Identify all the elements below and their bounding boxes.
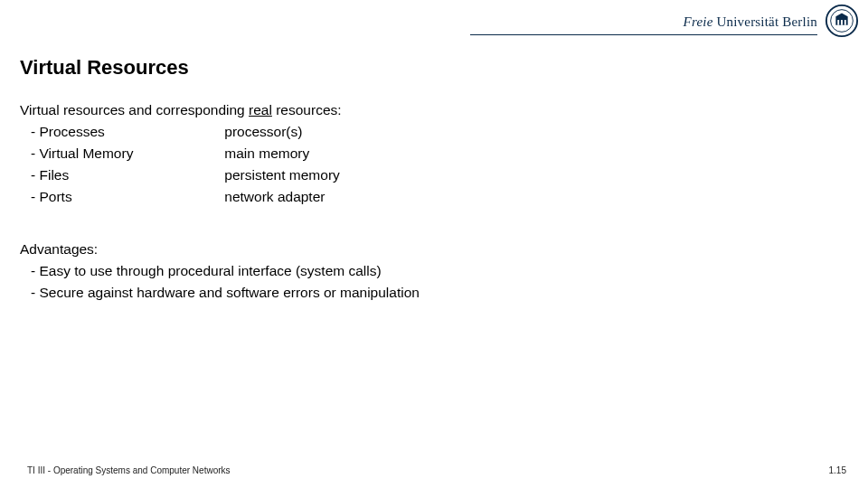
footer-course: TI III - Operating Systems and Computer … (27, 465, 231, 475)
svg-rect-4 (844, 20, 846, 25)
brand-word-berlin: Berlin (782, 14, 817, 29)
footer-page-number: 1.15 (829, 465, 846, 475)
resource-real: main memory (224, 143, 309, 164)
resource-virtual: - Processes (31, 121, 221, 143)
brand-word-1: Freie (684, 14, 713, 29)
svg-rect-3 (841, 20, 843, 25)
svg-rect-2 (837, 20, 839, 25)
resource-real: processor(s) (224, 121, 302, 143)
resource-virtual: - Ports (31, 186, 221, 208)
resource-row: - Ports network adapter (20, 186, 420, 208)
slide-body: Virtual resources and corresponding real… (20, 99, 420, 304)
resource-real: network adapter (224, 186, 325, 208)
resource-row: - Processes processor(s) (20, 121, 420, 143)
resource-real: persistent memory (224, 164, 339, 186)
lead-line: Virtual resources and corresponding real… (20, 99, 420, 121)
advantages-block: Advantages: - Easy to use through proced… (20, 239, 420, 304)
lead-pre: Virtual resources and corresponding (20, 102, 249, 117)
university-seal-icon (825, 4, 859, 38)
lead-post: resources: (272, 102, 342, 117)
resource-virtual: - Files (31, 164, 221, 186)
university-brand: Freie Universität Berlin (684, 14, 817, 30)
resource-row: - Files persistent memory (20, 164, 420, 186)
advantages-heading: Advantages: (20, 239, 420, 260)
lead-underlined: real (249, 102, 272, 117)
advantage-item: - Easy to use through procedural interfa… (20, 260, 420, 282)
slide-title: Virtual Resources (20, 56, 189, 80)
resource-row: - Virtual Memory main memory (20, 143, 420, 164)
header: Freie Universität Berlin (0, 0, 868, 42)
advantage-item: - Secure against hardware and software e… (20, 282, 420, 304)
brand-word-2: Universität (713, 14, 783, 29)
header-divider (470, 34, 817, 35)
resource-virtual: - Virtual Memory (31, 143, 221, 164)
